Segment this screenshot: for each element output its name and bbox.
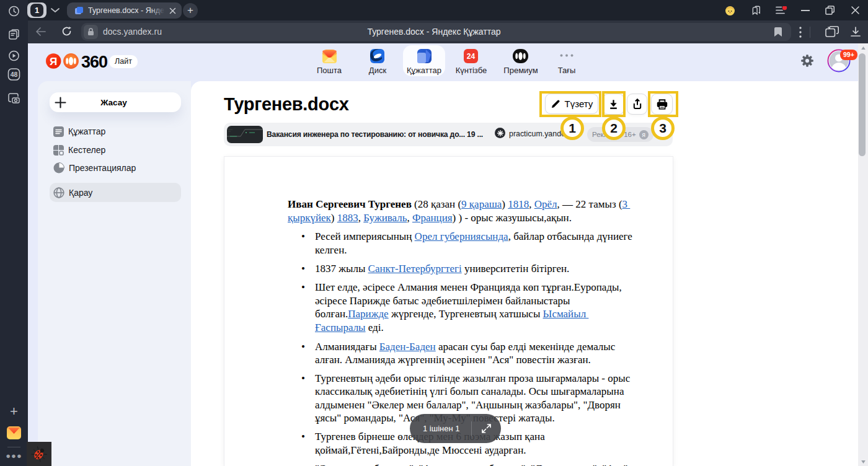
svg-text:24: 24 [467,52,476,61]
svg-text:Я: Я [50,56,57,68]
svg-text:48: 48 [11,71,18,78]
